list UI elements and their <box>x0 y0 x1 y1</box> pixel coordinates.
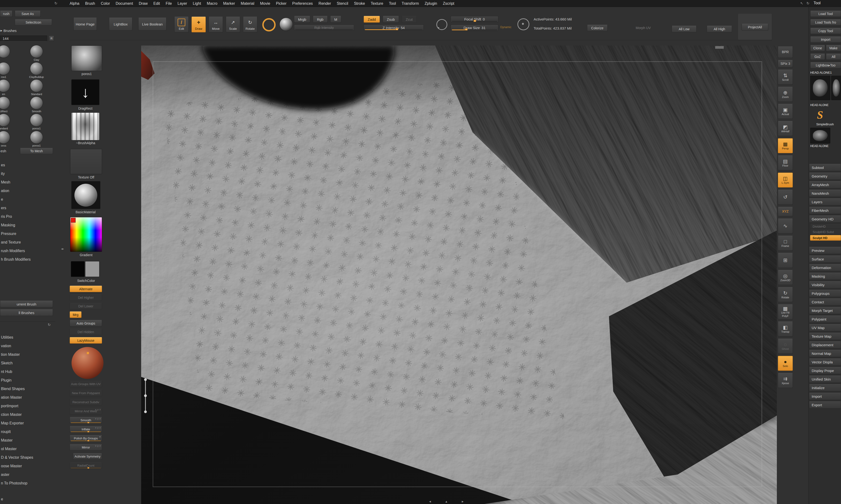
menu-item[interactable]: File <box>166 1 172 6</box>
shelf-button[interactable]: ▤ Floor <box>778 155 793 170</box>
menu-list-item[interactable]: ol Master <box>1 447 56 452</box>
tool-section-row[interactable]: SculptHD Subd <box>810 230 841 234</box>
texture-thumbnail[interactable] <box>70 149 102 174</box>
paint-mode-button[interactable]: Rgb <box>313 16 328 23</box>
brush-thumbnail[interactable]: poros1 <box>28 114 45 130</box>
brush-set-button[interactable]: ll Brushes <box>0 309 53 316</box>
mode-button[interactable]: / Edit <box>174 17 189 32</box>
menu-item[interactable]: Texture <box>371 1 383 6</box>
draw-size-icon[interactable] <box>517 18 530 31</box>
brush-thumbnail[interactable]: ros1 <box>0 62 12 78</box>
shelf-button[interactable]: ◧ Transp <box>778 322 793 337</box>
tool-section-row[interactable]: ArrayMesh <box>809 181 841 188</box>
z-intensity-slider[interactable]: Z Intensity 54 <box>364 24 424 31</box>
shelf-button[interactable]: ◌ Ghost <box>778 339 793 354</box>
deform-row[interactable]: RadialCount <box>70 462 102 469</box>
simplebrush-icon[interactable]: S <box>810 108 830 122</box>
menu-item[interactable]: Zscript <box>443 1 454 6</box>
tool-section-row[interactable]: NanoMesh <box>809 190 841 197</box>
menu-list-item[interactable]: portImport <box>1 404 56 409</box>
tool-section-row[interactable]: Geometry <box>809 173 841 180</box>
sculpt-mode-button[interactable]: Zadd <box>364 16 380 23</box>
lightbox-button[interactable]: LightBox <box>109 18 132 31</box>
shelf-button[interactable]: ▩ Line Fill PolyF <box>778 304 793 319</box>
shelf-button[interactable]: ↻ Rotate <box>778 287 793 302</box>
tool-section-row[interactable]: Initialize <box>809 384 841 391</box>
tool-section-row[interactable]: UV Map <box>809 324 841 331</box>
menu-item[interactable]: Macro <box>207 1 217 6</box>
draw-size-slider[interactable]: Draw Size 31 <box>451 24 498 31</box>
menu-item[interactable]: Marker <box>223 1 235 6</box>
brush-thumbnail[interactable]: ctRect <box>0 96 12 113</box>
current-color-swatch[interactable] <box>71 218 75 222</box>
tool-section-row[interactable]: Contact <box>809 298 841 306</box>
menu-item[interactable]: Render <box>319 1 331 6</box>
menu-list-item[interactable]: ction Master <box>1 413 56 418</box>
tool-section-row[interactable]: Subtool <box>809 164 841 171</box>
menu-item[interactable]: Transform <box>402 1 419 6</box>
menu-item[interactable]: Brush <box>85 1 95 6</box>
brush-thumbnail[interactable]: Clay <box>28 45 45 61</box>
tool-section-row[interactable]: Vector Displa <box>809 358 841 365</box>
menu-item[interactable]: Light <box>193 1 201 6</box>
import-tool-button[interactable]: Import <box>810 36 841 43</box>
paint-mode-button[interactable]: M <box>330 16 341 23</box>
load-tools-from-button[interactable]: Load Tools fro <box>810 19 841 25</box>
deform-row[interactable]: Mirror x y z <box>70 444 102 451</box>
lightbox-tool-button[interactable]: Lightbox▸Too <box>810 62 841 68</box>
dynamic-mode-label[interactable]: Dynamic <box>500 25 511 29</box>
menu-list-item[interactable]: ation Master <box>1 395 56 400</box>
secondary-color-swatch[interactable] <box>85 261 100 277</box>
shelf-button[interactable]: ∿ <box>778 218 793 234</box>
menu-list-item[interactable]: Blend Shapes <box>1 387 56 392</box>
axis-toggles[interactable]: x y z <box>95 427 101 429</box>
active-tool-thumbnail[interactable] <box>810 76 830 100</box>
menu-item[interactable]: Draw <box>139 1 147 6</box>
menu-list-item[interactable]: Utilities <box>1 335 56 341</box>
shelf-button[interactable]: BPR <box>778 47 793 58</box>
select-icon-button[interactable]: SelectIcon <box>15 19 52 25</box>
menu-list-item[interactable]: Plugin <box>1 378 56 383</box>
tool-section-row[interactable]: Preview <box>809 247 841 254</box>
brush-thumbnail[interactable]: ClayBuildup <box>28 62 45 78</box>
current-brush-thumbnail[interactable] <box>71 46 102 71</box>
menu-list-item[interactable]: ity <box>1 172 56 177</box>
goz-all-button[interactable]: All <box>826 54 841 60</box>
tool-section-row[interactable]: Masking <box>809 273 841 280</box>
deform-row[interactable]: Inflate x y z <box>70 426 102 433</box>
menu-list-item[interactable]: es <box>1 163 56 168</box>
deform-row[interactable]: Smooth x y z <box>70 417 102 424</box>
menu-item[interactable]: Stencil <box>337 1 348 6</box>
make-button[interactable]: Make <box>826 45 841 51</box>
clone-button[interactable]: Clone <box>810 45 825 51</box>
option-button[interactable]: Mrg <box>70 311 82 318</box>
tool-section-row[interactable]: FiberMesh <box>809 207 841 214</box>
morph-uv-button[interactable]: Morph UV <box>636 26 651 30</box>
menu-list-item[interactable]: aster <box>1 472 56 478</box>
section-refresh-icon[interactable]: ↻ <box>48 323 51 327</box>
focal-shift-icon[interactable] <box>435 18 448 31</box>
canvas-nav-arrows[interactable]: ◄ ▲ ► <box>428 500 471 503</box>
tool-section-row[interactable]: Texture Map <box>809 333 841 340</box>
recent-tool-thumbnail[interactable] <box>831 76 841 100</box>
color-picker[interactable] <box>70 217 102 252</box>
menu-list-item[interactable]: Mesh <box>1 180 56 185</box>
r-button[interactable]: R <box>49 36 54 41</box>
menu-list-item[interactable]: ris Pro <box>1 214 56 220</box>
option-button[interactable]: Del Lower <box>70 303 102 309</box>
menu-list-item[interactable]: n To Photoshop <box>1 481 56 486</box>
axis-toggles[interactable]: x y z <box>95 409 101 411</box>
menu-list-item[interactable]: tion Master <box>1 353 56 358</box>
menu-list-item[interactable]: rush Modifiers <box>1 249 56 254</box>
menu-list-item[interactable]: e <box>1 197 56 202</box>
menu-item[interactable]: Picker <box>276 1 286 6</box>
option-button[interactable]: Alternate <box>70 286 102 292</box>
shelf-button[interactable]: ◩ AAHalf <box>778 121 793 136</box>
recent-tool-thumbnail[interactable] <box>810 128 830 143</box>
material-thumbnail[interactable] <box>71 181 100 209</box>
brush-set-button[interactable]: urrent Brush <box>0 301 53 307</box>
menu-list-item[interactable]: ation <box>1 189 56 194</box>
menu-list-item[interactable]: and Texture <box>1 240 56 246</box>
menu-list-item[interactable]: h Brush Modifiers <box>1 257 56 263</box>
brush-thumbnail[interactable]: poros1 <box>28 131 45 147</box>
